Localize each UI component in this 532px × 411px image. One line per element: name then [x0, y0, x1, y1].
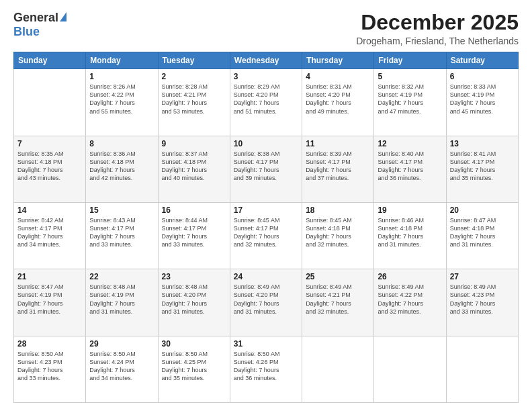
cell-info: Sunrise: 8:44 AMSunset: 4:17 PMDaylight:…: [162, 216, 226, 249]
col-friday: Friday: [374, 52, 446, 69]
cell-info: Sunrise: 8:32 AMSunset: 4:19 PMDaylight:…: [378, 83, 442, 116]
day-number: 27: [450, 272, 515, 281]
cell-info: Sunrise: 8:37 AMSunset: 4:18 PMDaylight:…: [162, 150, 226, 183]
cell-info: Sunrise: 8:50 AMSunset: 4:24 PMDaylight:…: [89, 350, 154, 383]
day-number: 8: [89, 139, 154, 148]
header: General Blue December 2025 Drogeham, Fri…: [13, 11, 519, 46]
col-monday: Monday: [86, 52, 158, 69]
calendar-week-row: 7Sunrise: 8:35 AMSunset: 4:18 PMDaylight…: [14, 136, 519, 202]
calendar-table: Sunday Monday Tuesday Wednesday Thursday…: [13, 52, 519, 403]
cell-info: Sunrise: 8:26 AMSunset: 4:22 PMDaylight:…: [89, 83, 154, 116]
day-number: 6: [450, 72, 515, 81]
cell-info: Sunrise: 8:29 AMSunset: 4:20 PMDaylight:…: [234, 83, 298, 116]
table-row: 12Sunrise: 8:40 AMSunset: 4:17 PMDayligh…: [374, 136, 446, 202]
day-number: 24: [234, 272, 298, 281]
table-row: [374, 336, 446, 402]
table-row: 16Sunrise: 8:44 AMSunset: 4:17 PMDayligh…: [158, 202, 230, 269]
cell-info: Sunrise: 8:33 AMSunset: 4:19 PMDaylight:…: [450, 83, 515, 116]
table-row: 18Sunrise: 8:45 AMSunset: 4:18 PMDayligh…: [302, 202, 374, 269]
cell-info: Sunrise: 8:49 AMSunset: 4:23 PMDaylight:…: [450, 283, 515, 316]
table-row: [302, 336, 374, 402]
table-row: 24Sunrise: 8:49 AMSunset: 4:20 PMDayligh…: [230, 269, 302, 336]
table-row: 21Sunrise: 8:47 AMSunset: 4:19 PMDayligh…: [14, 269, 86, 336]
day-number: 21: [17, 272, 82, 281]
day-number: 4: [306, 72, 370, 81]
day-number: 5: [378, 72, 442, 81]
day-number: 3: [234, 72, 298, 81]
day-number: 2: [162, 72, 226, 81]
table-row: 25Sunrise: 8:49 AMSunset: 4:21 PMDayligh…: [302, 269, 374, 336]
day-number: 10: [234, 139, 298, 148]
day-number: 18: [306, 205, 370, 215]
day-number: 25: [306, 272, 370, 281]
day-number: 31: [234, 339, 298, 349]
cell-info: Sunrise: 8:47 AMSunset: 4:19 PMDaylight:…: [17, 283, 82, 316]
col-wednesday: Wednesday: [230, 52, 302, 69]
day-number: 29: [89, 339, 154, 349]
cell-info: Sunrise: 8:49 AMSunset: 4:20 PMDaylight:…: [234, 283, 298, 316]
table-row: 27Sunrise: 8:49 AMSunset: 4:23 PMDayligh…: [446, 269, 518, 336]
day-number: 9: [162, 139, 226, 148]
table-row: 29Sunrise: 8:50 AMSunset: 4:24 PMDayligh…: [86, 336, 158, 402]
day-number: 14: [17, 205, 82, 215]
day-number: 22: [89, 272, 154, 281]
cell-info: Sunrise: 8:36 AMSunset: 4:18 PMDaylight:…: [89, 150, 154, 183]
month-title: December 2025: [356, 11, 519, 34]
cell-info: Sunrise: 8:40 AMSunset: 4:17 PMDaylight:…: [378, 150, 442, 183]
logo: General Blue: [13, 11, 66, 39]
day-number: 26: [378, 272, 442, 281]
cell-info: Sunrise: 8:48 AMSunset: 4:19 PMDaylight:…: [89, 283, 154, 316]
table-row: 11Sunrise: 8:39 AMSunset: 4:17 PMDayligh…: [302, 136, 374, 202]
table-row: 13Sunrise: 8:41 AMSunset: 4:17 PMDayligh…: [446, 136, 518, 202]
cell-info: Sunrise: 8:43 AMSunset: 4:17 PMDaylight:…: [89, 216, 154, 249]
table-row: [446, 336, 518, 402]
col-sunday: Sunday: [14, 52, 86, 69]
col-thursday: Thursday: [302, 52, 374, 69]
logo-general-text: General: [13, 11, 58, 25]
cell-info: Sunrise: 8:50 AMSunset: 4:26 PMDaylight:…: [234, 350, 298, 383]
table-row: 6Sunrise: 8:33 AMSunset: 4:19 PMDaylight…: [446, 69, 518, 136]
cell-info: Sunrise: 8:49 AMSunset: 4:21 PMDaylight:…: [306, 283, 370, 316]
cell-info: Sunrise: 8:45 AMSunset: 4:17 PMDaylight:…: [234, 216, 298, 249]
day-number: 17: [234, 205, 298, 215]
cell-info: Sunrise: 8:48 AMSunset: 4:20 PMDaylight:…: [162, 283, 226, 316]
day-number: 19: [378, 205, 442, 215]
cell-info: Sunrise: 8:39 AMSunset: 4:17 PMDaylight:…: [306, 150, 370, 183]
table-row: 7Sunrise: 8:35 AMSunset: 4:18 PMDaylight…: [14, 136, 86, 202]
cell-info: Sunrise: 8:31 AMSunset: 4:20 PMDaylight:…: [306, 83, 370, 116]
table-row: 5Sunrise: 8:32 AMSunset: 4:19 PMDaylight…: [374, 69, 446, 136]
day-number: 12: [378, 139, 442, 148]
col-saturday: Saturday: [446, 52, 518, 69]
table-row: [14, 69, 86, 136]
logo-triangle-icon: [60, 12, 66, 21]
day-number: 13: [450, 139, 515, 148]
table-row: 23Sunrise: 8:48 AMSunset: 4:20 PMDayligh…: [158, 269, 230, 336]
table-row: 3Sunrise: 8:29 AMSunset: 4:20 PMDaylight…: [230, 69, 302, 136]
day-number: 11: [306, 139, 370, 148]
day-number: 15: [89, 205, 154, 215]
cell-info: Sunrise: 8:47 AMSunset: 4:18 PMDaylight:…: [450, 216, 515, 249]
table-row: 8Sunrise: 8:36 AMSunset: 4:18 PMDaylight…: [86, 136, 158, 202]
table-row: 26Sunrise: 8:49 AMSunset: 4:22 PMDayligh…: [374, 269, 446, 336]
table-row: 19Sunrise: 8:46 AMSunset: 4:18 PMDayligh…: [374, 202, 446, 269]
table-row: 4Sunrise: 8:31 AMSunset: 4:20 PMDaylight…: [302, 69, 374, 136]
table-row: 10Sunrise: 8:38 AMSunset: 4:17 PMDayligh…: [230, 136, 302, 202]
calendar-week-row: 21Sunrise: 8:47 AMSunset: 4:19 PMDayligh…: [14, 269, 519, 336]
table-row: 28Sunrise: 8:50 AMSunset: 4:23 PMDayligh…: [14, 336, 86, 402]
table-row: 30Sunrise: 8:50 AMSunset: 4:25 PMDayligh…: [158, 336, 230, 402]
day-number: 20: [450, 205, 515, 215]
col-tuesday: Tuesday: [158, 52, 230, 69]
cell-info: Sunrise: 8:50 AMSunset: 4:23 PMDaylight:…: [17, 350, 82, 383]
cell-info: Sunrise: 8:42 AMSunset: 4:17 PMDaylight:…: [17, 216, 82, 249]
table-row: 9Sunrise: 8:37 AMSunset: 4:18 PMDaylight…: [158, 136, 230, 202]
day-number: 7: [17, 139, 82, 148]
cell-info: Sunrise: 8:41 AMSunset: 4:17 PMDaylight:…: [450, 150, 515, 183]
day-number: 23: [162, 272, 226, 281]
header-row: Sunday Monday Tuesday Wednesday Thursday…: [14, 52, 519, 69]
table-row: 1Sunrise: 8:26 AMSunset: 4:22 PMDaylight…: [86, 69, 158, 136]
cell-info: Sunrise: 8:49 AMSunset: 4:22 PMDaylight:…: [378, 283, 442, 316]
cell-info: Sunrise: 8:46 AMSunset: 4:18 PMDaylight:…: [378, 216, 442, 249]
table-row: 2Sunrise: 8:28 AMSunset: 4:21 PMDaylight…: [158, 69, 230, 136]
table-row: 22Sunrise: 8:48 AMSunset: 4:19 PMDayligh…: [86, 269, 158, 336]
page: General Blue December 2025 Drogeham, Fri…: [0, 0, 532, 411]
